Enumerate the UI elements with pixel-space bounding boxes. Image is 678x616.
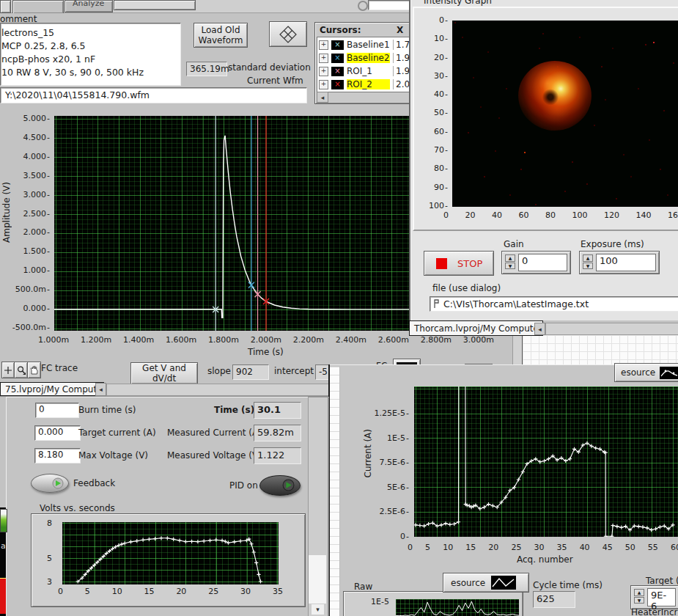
burn-time-field[interactable]: 0 [35, 403, 79, 418]
top-field[interactable] [368, 0, 410, 10]
cycle-time-value[interactable]: 625 [533, 591, 575, 608]
cursor-x-value: 1.76 [393, 40, 410, 50]
app-screen: Analyze omment lectrons_15 MCP 0.25, 2.8… [0, 0, 678, 616]
tick-label: 25 [511, 543, 521, 552]
cursor-name: ROI_2 [347, 79, 390, 89]
graph-tool-cursor-button[interactable] [1, 362, 15, 378]
load-old-waveform-button[interactable]: Load Old Waveform [194, 23, 248, 48]
exposure-value[interactable]: 100 [596, 254, 656, 271]
exposure-label: Exposure (ms) [581, 239, 644, 249]
get-v-dvdt-button[interactable]: Get V and dV/dt [130, 362, 198, 384]
tick-label: 1.25E-5 [375, 408, 409, 418]
tick-label: -500.0m [12, 323, 50, 332]
feedback-label: Feedback [73, 478, 115, 488]
esource-waveform-icon [491, 576, 516, 590]
gain-label: Gain [504, 239, 524, 249]
feedback-toggle[interactable] [31, 474, 69, 493]
tick-label: 20 [176, 587, 186, 596]
esource-selector-bottom[interactable]: esource [443, 573, 529, 593]
file-path-field[interactable]: C:\VIs\Thorcam\LatestImage.txt [430, 296, 678, 312]
measured-voltage-value: 1.122 [254, 447, 301, 464]
cursor-glyph-icon[interactable]: × [331, 40, 344, 50]
volts-graph-trace [62, 522, 279, 584]
wfm-path-field[interactable]: Y:\2020\11\04\155814.790.wfm [0, 87, 307, 103]
edit-grid-area [522, 335, 678, 364]
stop-label: STOP [457, 258, 482, 269]
target-spinner[interactable]: ▲▼ 9E-6 [630, 585, 678, 609]
stddev-value: 365.19m [186, 62, 227, 76]
graph-tool-zoom-button[interactable] [14, 362, 28, 378]
heater-scroll-down-icon[interactable]: ▾ [312, 604, 324, 615]
tick-label: 1.500 [23, 246, 50, 256]
target-value[interactable]: 9E-6 [647, 588, 676, 606]
gain-value[interactable]: 0 [518, 254, 567, 271]
cursor-glyph-icon[interactable]: × [331, 80, 344, 89]
tick-label: 1.800m [208, 335, 239, 345]
feedback-arrow-icon [52, 477, 64, 489]
tab-scroll-left-icon[interactable]: ◂ [95, 383, 106, 396]
tab-analyze[interactable]: Analyze [65, 0, 113, 12]
max-voltage-field[interactable]: 8.180 [34, 448, 81, 463]
tick-label: 25 [208, 587, 218, 596]
exposure-spinner[interactable]: ▲▼ 100 [579, 251, 660, 274]
cursor-glyph-icon[interactable]: × [331, 67, 344, 76]
esource-selector-top[interactable]: esource [614, 363, 678, 382]
file-dialog-label: file (use dialog) [432, 283, 501, 293]
pid-toggle[interactable] [259, 475, 301, 496]
tick-label: 7.5E-6 [380, 458, 409, 467]
cursor-row: + × ROI_1 1.96 [319, 65, 410, 78]
v-scrollbar-heater-lower[interactable] [309, 555, 326, 604]
tick-label: 50 [434, 108, 448, 117]
tick-label: 140 [636, 210, 652, 220]
cursor-x-value: 1.96 [393, 66, 410, 76]
tab-75lvproj[interactable]: 75.lvproj/My Computer [0, 382, 104, 396]
pid-on-label: PID on [229, 480, 258, 491]
esource-label: esource [451, 578, 485, 588]
spinner-arrows[interactable]: ▲▼ [505, 254, 515, 269]
tick-label: 40 [492, 210, 502, 220]
comment-box[interactable]: lectrons_15 MCP 0.25, 2.8, 6.5 ncpB-phos… [0, 23, 181, 86]
tab-active[interactable] [12, 0, 64, 13]
cursor-row: + × Baseline1 1.76 [319, 38, 410, 51]
slope-value[interactable]: 902 [232, 364, 269, 380]
tick-label: 3.500 [23, 171, 50, 180]
tick-label: 2.400m [336, 335, 366, 345]
tick-label: 60 [519, 210, 529, 220]
spinner-arrows[interactable]: ▲▼ [583, 254, 593, 269]
intercept-label: intercept [274, 366, 314, 376]
thorcam-tab-scroll-left-icon[interactable]: ◂ [534, 323, 545, 335]
intensity-noise [454, 22, 456, 23]
slope-label: slope [207, 366, 231, 376]
cursor-name: Baseline2 [347, 53, 390, 63]
strip-vi-icon [0, 509, 7, 532]
intensity-plot[interactable] [452, 21, 678, 207]
cursor-glyph-icon[interactable]: × [331, 54, 344, 63]
spinner-arrows[interactable]: ▲▼ [634, 589, 644, 604]
tick-label: 10 [112, 587, 122, 596]
tab-fragment-left[interactable] [0, 0, 11, 13]
expand-icon[interactable]: + [319, 67, 328, 76]
thorcam-h-scrollbar[interactable] [545, 323, 678, 335]
spin-down-icon: ▼ [634, 597, 644, 604]
expand-icon[interactable]: + [319, 80, 328, 89]
diamond-button[interactable] [269, 21, 307, 47]
stop-square-icon [436, 258, 447, 269]
expand-icon[interactable]: + [319, 54, 328, 63]
tick-label: 0 [58, 587, 63, 596]
tick-label: 0.000 [23, 304, 50, 313]
stop-button[interactable]: STOP [424, 251, 494, 276]
target-current-field[interactable]: 0.000 [34, 425, 81, 441]
expand-icon[interactable]: + [319, 40, 328, 50]
tick-label: 2.200m [293, 335, 324, 345]
refresh-icon[interactable] [358, 1, 368, 11]
tick-label: 1.000 [23, 265, 50, 275]
tab-thorcam[interactable]: Thorcam.lvproj/My Computer [409, 320, 543, 336]
graph-tool-pan-button[interactable] [27, 362, 41, 378]
main-graph-xlabel: Time (s) [248, 347, 284, 357]
tick-label: 120 [604, 210, 619, 220]
cursors-scroll-left[interactable]: ◂ [317, 92, 328, 103]
cursor-row: + × ROI_2 2.00 [319, 78, 410, 91]
crosshair-icon [4, 366, 12, 375]
gain-spinner[interactable]: ▲▼ 0 [501, 251, 571, 274]
top-button-fragment[interactable] [114, 0, 196, 10]
